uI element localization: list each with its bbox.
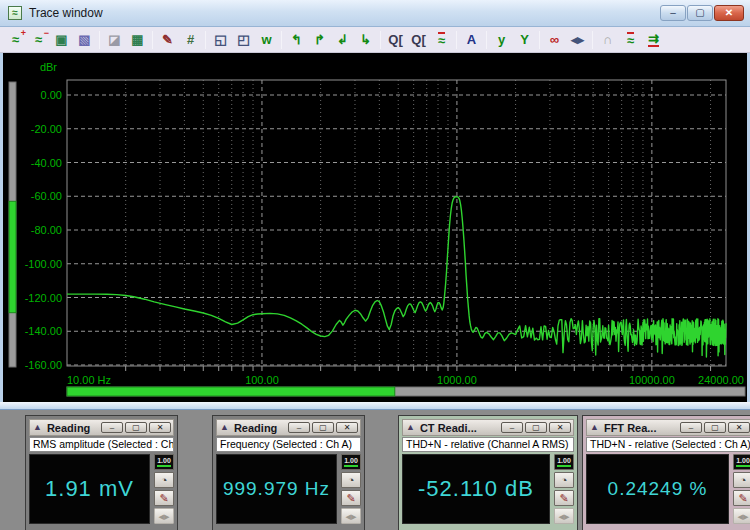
- y-tick-label: -120.00: [25, 292, 62, 304]
- pan-left-icon[interactable]: ↰: [285, 29, 308, 50]
- meter-settings-button[interactable]: ◔: [733, 472, 750, 488]
- meter-settings-button[interactable]: ◔: [154, 472, 174, 488]
- window-title: Trace window: [29, 6, 103, 20]
- toolbar-separator: [152, 31, 153, 49]
- close-button[interactable]: ✕: [714, 5, 744, 21]
- fit-trace-icon[interactable]: w: [255, 29, 278, 50]
- window-controls: – ▢ ✕: [288, 422, 358, 433]
- meter-icon: ▲: [590, 423, 599, 432]
- reading-titlebar[interactable]: ▲ Reading – ▢ ✕: [29, 419, 174, 436]
- maximize-button[interactable]: ▢: [704, 422, 726, 433]
- close-button[interactable]: ✕: [336, 422, 358, 433]
- arrow-limit-icon[interactable]: ⇉: [642, 29, 665, 50]
- reading-source-label: THD+N - relative (Selected : Ch A): [586, 437, 750, 452]
- reading-value-display: -52.110 dB: [402, 454, 550, 524]
- toolbar-separator: [205, 31, 206, 49]
- maximize-button[interactable]: ▢: [687, 5, 713, 21]
- window-border-left: [0, 53, 3, 410]
- reading-body: 0.24249 % 1.00 ◔ ✎ ◂▸: [586, 454, 750, 526]
- data-values-icon[interactable]: #: [179, 29, 202, 50]
- graph-data-icon[interactable]: ▦: [126, 29, 149, 50]
- zoom-x-in-icon[interactable]: ◰: [232, 29, 255, 50]
- spread-cursors-icon[interactable]: ◂▸: [566, 29, 589, 50]
- reading-window-thdn-percent: ▲ FFT Rea... – ▢ ✕ THD+N - relative (Sel…: [582, 415, 750, 530]
- reading-titlebar[interactable]: ▲ FFT Rea... – ▢ ✕: [586, 419, 750, 436]
- pan-down-icon[interactable]: ↲: [331, 29, 354, 50]
- join-trace-icon[interactable]: Y: [513, 29, 536, 50]
- y-tick-label: -140.00: [25, 325, 62, 337]
- x-tick-label: 24000.00: [698, 374, 744, 386]
- minimize-button[interactable]: –: [660, 5, 686, 21]
- minimize-button[interactable]: –: [501, 422, 523, 433]
- reading-side-buttons: 1.00 ◔ ✎ ◂▸: [150, 454, 174, 526]
- window-controls: – ▢ ✕: [660, 5, 744, 21]
- compare-arrows-button: ◂▸: [554, 508, 574, 524]
- log-scale-button[interactable]: 1.00: [154, 454, 174, 470]
- y-tick-label: -20.00: [31, 123, 62, 135]
- y-tick-label: -60.00: [31, 190, 62, 202]
- search-left-icon[interactable]: Q[: [384, 29, 407, 50]
- add-trace-icon[interactable]: ≈+: [4, 29, 27, 50]
- reading-value: -52.110 dB: [418, 476, 534, 502]
- y-axis-unit-label: dBr: [40, 61, 57, 73]
- pan-up-icon[interactable]: ↳: [354, 29, 377, 50]
- trace-limit-icon[interactable]: ≈: [430, 29, 453, 50]
- compare-arrows-button: ◂▸: [341, 508, 361, 524]
- reading-side-buttons: 1.00 ◔ ✎ ◂▸: [550, 454, 574, 526]
- horizontal-scrollbar-thumb[interactable]: [67, 387, 395, 396]
- smooth-trace-icon: ∩: [596, 29, 619, 50]
- reading-titlebar[interactable]: ▲ CT Readi... – ▢ ✕: [402, 419, 574, 436]
- reading-titlebar[interactable]: ▲ Reading – ▢ ✕: [216, 419, 361, 436]
- zoom-x-out-icon[interactable]: ◱: [209, 29, 232, 50]
- toolbar-separator: [539, 31, 540, 49]
- reading-source-label: RMS amplitude (Selected : Ch A): [29, 437, 174, 452]
- trace-window-icon: ≈: [8, 6, 22, 20]
- meter-icon: ▲: [406, 423, 415, 432]
- toolbar-separator: [486, 31, 487, 49]
- edit-readings-button[interactable]: ✎: [154, 490, 174, 506]
- minimize-button[interactable]: –: [288, 422, 310, 433]
- maximize-button[interactable]: ▢: [125, 422, 147, 433]
- search-right-icon[interactable]: Q[: [407, 29, 430, 50]
- close-button[interactable]: ✕: [728, 422, 750, 433]
- y-tick-label: 0.00: [41, 89, 62, 101]
- meter-settings-button[interactable]: ◔: [554, 472, 574, 488]
- minimize-button[interactable]: –: [680, 422, 702, 433]
- reading-title: FFT Rea...: [604, 422, 657, 434]
- minimize-button[interactable]: –: [101, 422, 123, 433]
- cursor-link-icon[interactable]: ∞: [543, 29, 566, 50]
- vertical-range-thumb[interactable]: [9, 201, 16, 312]
- trace-to-graph-icon[interactable]: ▣: [50, 29, 73, 50]
- reading-side-buttons: 1.00 ◔ ✎ ◂▸: [337, 454, 361, 526]
- edit-readings-button[interactable]: ✎: [341, 490, 361, 506]
- log-scale-button[interactable]: 1.00: [733, 454, 750, 470]
- log-scale-button[interactable]: 1.00: [341, 454, 361, 470]
- log-scale-button[interactable]: 1.00: [554, 454, 574, 470]
- find-label-icon[interactable]: A: [460, 29, 483, 50]
- pan-right-icon[interactable]: ↱: [308, 29, 331, 50]
- meter-icon: ▲: [33, 423, 42, 432]
- edit-readings-button[interactable]: ✎: [733, 490, 750, 506]
- subtract-trace-icon[interactable]: ≈−: [27, 29, 50, 50]
- maximize-button[interactable]: ▢: [525, 422, 547, 433]
- toolbar-separator: [380, 31, 381, 49]
- window-controls: – ▢ ✕: [680, 422, 750, 433]
- meter-icon: ▲: [220, 423, 229, 432]
- meter-settings-button[interactable]: ◔: [341, 472, 361, 488]
- reading-value: 1.91 mV: [45, 476, 134, 502]
- close-button[interactable]: ✕: [149, 422, 171, 433]
- reading-source-label: THD+N - relative (Channel A RMS): [402, 437, 574, 452]
- copy-icon[interactable]: ▧: [73, 29, 96, 50]
- close-button[interactable]: ✕: [549, 422, 571, 433]
- trace-window-titlebar[interactable]: ≈ Trace window – ▢ ✕: [0, 0, 750, 27]
- edit-readings-button[interactable]: ✎: [554, 490, 574, 506]
- maximize-button[interactable]: ▢: [312, 422, 334, 433]
- reading-body: 1.91 mV 1.00 ◔ ✎ ◂▸: [29, 454, 174, 526]
- screen: ≈ Trace window – ▢ ✕ ≈+≈−▣▧◪▦✎#◱◰w↰↱↲↳Q[…: [0, 0, 750, 530]
- x-tick-label: 1000.00: [437, 374, 477, 386]
- edit-graph-icon[interactable]: ✎: [156, 29, 179, 50]
- split-trace-icon[interactable]: y: [490, 29, 513, 50]
- graph-view-icon: ◪: [103, 29, 126, 50]
- wave-limit-icon[interactable]: ≈: [619, 29, 642, 50]
- trace-toolbar: ≈+≈−▣▧◪▦✎#◱◰w↰↱↲↳Q[Q[≈AyY∞◂▸∩≈⇉: [0, 27, 750, 53]
